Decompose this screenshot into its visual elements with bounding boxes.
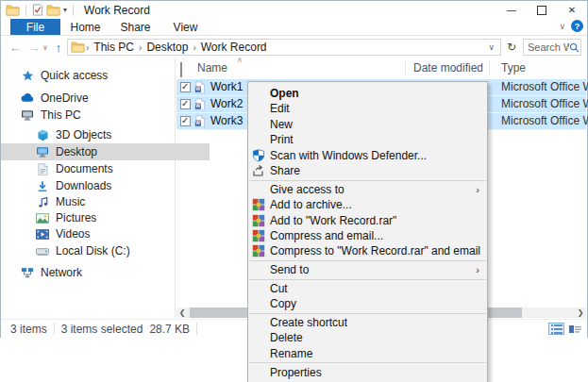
column-divider[interactable] (405, 61, 406, 75)
menu-item-rename[interactable]: Rename (248, 346, 487, 361)
up-arrow-icon: ↑ (56, 41, 62, 55)
column-header-date-modified[interactable]: Date modified (413, 61, 483, 75)
sidebar-item-label: Network (41, 266, 82, 279)
menu-item-compress-and-email[interactable]: Compress and email... (248, 228, 487, 243)
sidebar-item-this-pc[interactable]: This PC (1, 107, 194, 124)
download-icon (35, 179, 50, 192)
maximize-button[interactable] (527, 1, 557, 19)
menu-item-label: Delete (270, 331, 303, 344)
file-checkbox[interactable] (180, 116, 191, 126)
refresh-button[interactable]: ↻ (503, 39, 520, 56)
address-box[interactable]: ›This PC›Desktop›Work Record ∨ (67, 39, 501, 56)
sidebar-item-label: Pictures (56, 211, 96, 224)
menu-item-label: Scan with Windows Defender... (270, 149, 427, 162)
navigation-pane: Quick accessOneDriveThis PC3D ObjectsDes… (1, 58, 176, 319)
search-icon (569, 42, 580, 53)
videos-icon (35, 227, 50, 241)
select-all-checkbox[interactable] (180, 62, 182, 77)
scroll-left-arrow-icon[interactable]: ❮ (176, 307, 188, 318)
file-name: Work3 (210, 114, 243, 127)
menu-item-properties[interactable]: Properties (248, 365, 487, 380)
breadcrumb: ›This PC›Desktop›Work Record (85, 41, 271, 54)
search-input[interactable] (524, 42, 569, 53)
qat-newfolder-icon[interactable] (46, 5, 60, 16)
tab-file[interactable]: File (10, 19, 60, 35)
sidebar-item-network[interactable]: Network (1, 264, 194, 281)
tab-share[interactable]: Share (110, 19, 160, 35)
breadcrumb-item-desktop[interactable]: Desktop (143, 41, 192, 54)
sidebar-item-label: This PC (41, 108, 81, 122)
tab-home[interactable]: Home (60, 19, 110, 35)
minimize-button[interactable]: — (496, 1, 527, 19)
winrar-icon (252, 244, 265, 257)
sidebar-item-label: Downloads (56, 179, 111, 192)
menu-item-share[interactable]: Share (248, 163, 487, 178)
menu-item-open[interactable]: Open (248, 86, 487, 101)
file-checkbox[interactable] (180, 82, 191, 92)
scroll-right-arrow-icon[interactable]: ❯ (575, 307, 586, 318)
window-title: Work Record (84, 4, 150, 17)
sidebar-item-label: Quick access (41, 69, 108, 82)
content-view-button[interactable] (567, 323, 583, 335)
back-button[interactable]: ← (7, 37, 24, 58)
menu-item-edit[interactable]: Edit (248, 101, 487, 116)
menu-item-create-shortcut[interactable]: Create shortcut (248, 315, 487, 330)
file-checkbox[interactable] (180, 99, 191, 109)
menu-item-scan-with-windows-defender[interactable]: Scan with Windows Defender... (248, 148, 487, 163)
file-name: Work1 (210, 80, 243, 93)
breadcrumb-item-this-pc[interactable]: This PC (90, 41, 138, 54)
winrar-icon (252, 198, 265, 211)
column-headers: ∧ Name Date modified Type (176, 59, 587, 76)
submenu-arrow-icon: › (476, 262, 479, 277)
menu-item-label: Share (270, 164, 300, 177)
sidebar-item-quick-access[interactable]: Quick access (1, 67, 194, 84)
column-header-name[interactable]: Name (197, 61, 227, 75)
menu-separator (249, 260, 486, 261)
menu-item-label: Cut (270, 282, 288, 295)
word-doc-icon: W (194, 81, 206, 93)
ribbon-controls: ∨ ? (559, 20, 583, 32)
file-name: Work2 (210, 97, 243, 110)
menu-item-add-to-work-record-rar[interactable]: Add to "Work Record.rar" (248, 213, 487, 228)
menu-item-send-to[interactable]: Send to› (248, 262, 487, 277)
sidebar-item-onedrive[interactable]: OneDrive (1, 90, 194, 107)
selection-size: 28.7 KB (149, 323, 190, 336)
menu-item-label: Add to "Work Record.rar" (270, 214, 396, 227)
network-icon (20, 266, 35, 279)
tab-view[interactable]: View (160, 19, 210, 35)
pictures-icon (35, 211, 50, 224)
menu-item-delete[interactable]: Delete (248, 330, 487, 345)
menu-item-label: Print (270, 133, 294, 146)
details-view-button[interactable] (548, 323, 564, 335)
menu-item-new[interactable]: New (248, 117, 487, 132)
menu-item-compress-to-work-record-rar-and-email[interactable]: Compress to "Work Record.rar" and email (248, 243, 487, 258)
divider (25, 5, 26, 16)
music-icon (35, 195, 50, 208)
sidebar-item-label: 3D Objects (56, 128, 111, 141)
word-doc-icon: W (194, 98, 206, 110)
column-header-type[interactable]: Type (501, 61, 526, 75)
menu-item-add-to-archive[interactable]: Add to archive... (248, 197, 487, 212)
menu-item-label: Compress to "Work Record.rar" and email (270, 244, 480, 257)
menu-item-give-access-to[interactable]: Give access to› (248, 182, 487, 197)
menu-item-print[interactable]: Print (248, 132, 487, 147)
up-button[interactable]: ↑ (50, 37, 67, 58)
quick-access-toolbar: ▾ (1, 4, 76, 16)
qat-customize-chevron-icon[interactable]: ▾ (63, 6, 67, 15)
menu-item-copy[interactable]: Copy (248, 296, 487, 311)
qat-properties-icon[interactable] (32, 4, 43, 16)
menu-item-cut[interactable]: Cut (248, 281, 487, 296)
menu-item-label: Compress and email... (270, 229, 383, 242)
help-button[interactable]: ? (571, 20, 583, 32)
address-dropdown-chevron-icon[interactable]: ∨ (482, 42, 500, 52)
breadcrumb-item-work-record[interactable]: Work Record (197, 41, 271, 54)
share-icon (252, 164, 265, 177)
caption-buttons: — ✕ (496, 1, 587, 19)
ribbon-collapse-chevron-icon[interactable]: ∨ (559, 22, 565, 31)
divider (196, 323, 197, 335)
recent-locations-chevron-icon[interactable]: ∨ (41, 37, 50, 58)
menu-separator (249, 313, 486, 314)
column-divider[interactable] (489, 61, 490, 75)
document-icon (35, 162, 50, 175)
close-button[interactable]: ✕ (557, 1, 587, 19)
